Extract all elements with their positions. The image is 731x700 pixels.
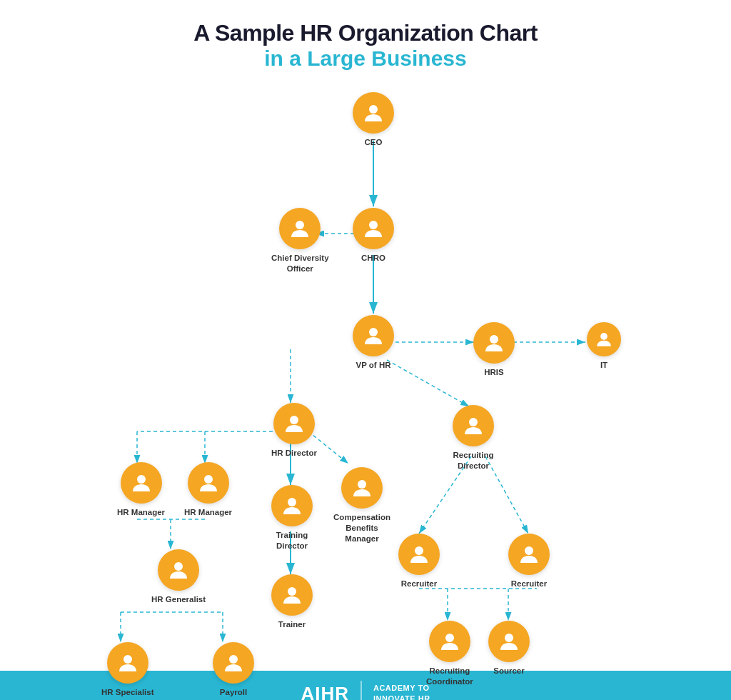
hris-label: HRIS [484, 367, 503, 378]
svg-point-34 [204, 475, 213, 484]
comp-benefits-circle [341, 467, 383, 509]
svg-point-33 [137, 475, 146, 484]
svg-point-28 [369, 328, 378, 336]
recruiting-coordinator-label: RecruitingCoordinator [426, 666, 473, 687]
trainer-label: Trainer [278, 619, 306, 630]
main-title-line1: A Sample HR Organization Chart [193, 20, 538, 46]
node-recruiter-2: Recruiter [508, 534, 550, 589]
footer-logo: AIHR ACADEMY TO INNOVATE HR [301, 681, 430, 700]
recruiting-director-circle [453, 405, 494, 446]
svg-point-39 [174, 562, 183, 571]
svg-point-44 [505, 634, 513, 642]
hr-director-label: HR Director [271, 448, 317, 459]
payroll-specialist-label: Payroll Specialist [201, 687, 266, 700]
chief-diversity-circle [279, 208, 321, 249]
node-training-director: TrainingDirector [271, 485, 313, 551]
page-container: A Sample HR Organization Chart in a Larg… [0, 0, 731, 700]
training-director-label: TrainingDirector [276, 530, 308, 551]
node-trainer: Trainer [271, 574, 313, 630]
sourcer-circle [488, 621, 530, 662]
hr-specialist-label: HR Specialist [101, 687, 154, 698]
recruiting-coordinator-circle [429, 621, 470, 662]
org-chart: CEO CHRO Chief DiversityOfficer VP of HR [9, 78, 722, 664]
recruiter-1-circle [398, 534, 440, 575]
connectors-svg [9, 78, 722, 664]
svg-point-29 [490, 335, 498, 344]
svg-point-26 [369, 221, 378, 229]
hr-director-circle [273, 403, 315, 444]
recruiting-director-label: RecruitingDirector [453, 450, 494, 471]
hr-manager-2-circle [188, 462, 229, 504]
node-payroll-specialist: Payroll Specialist [201, 642, 266, 700]
node-recruiting-director: RecruitingDirector [453, 405, 494, 471]
hris-circle [473, 322, 515, 364]
svg-point-36 [358, 480, 366, 489]
recruiter-2-circle [508, 534, 550, 575]
comp-benefits-label: CompensationBenefits Manager [330, 512, 394, 544]
payroll-specialist-circle [213, 642, 254, 684]
node-sourcer: Sourcer [488, 621, 530, 676]
chro-label: CHRO [361, 253, 385, 264]
hr-generalist-circle [158, 549, 199, 591]
node-comp-benefits: CompensationBenefits Manager [330, 467, 394, 544]
aihr-brand: AIHR [301, 683, 349, 701]
footer-divider [361, 681, 362, 700]
node-hr-generalist: HR Generalist [151, 549, 206, 605]
node-hr-manager-2: HR Manager [184, 462, 232, 518]
svg-point-32 [469, 418, 478, 426]
ceo-circle [353, 92, 394, 134]
node-hr-manager-1: HR Manager [117, 462, 165, 518]
chief-diversity-label: Chief DiversityOfficer [271, 253, 329, 274]
node-recruiter-1: Recruiter [398, 534, 440, 589]
svg-point-40 [288, 587, 296, 596]
svg-point-27 [296, 221, 304, 229]
node-it: IT [587, 322, 621, 371]
node-ceo: CEO [353, 92, 394, 148]
hr-specialist-circle [107, 642, 148, 684]
hr-manager-1-label: HR Manager [117, 507, 165, 518]
recruiter-1-label: Recruiter [401, 579, 438, 589]
main-title-line2: in a Large Business [193, 46, 538, 71]
svg-point-37 [415, 546, 423, 555]
ceo-label: CEO [365, 137, 383, 148]
svg-point-30 [600, 333, 608, 340]
hr-generalist-label: HR Generalist [151, 594, 206, 605]
svg-point-43 [445, 634, 454, 642]
node-hr-director: HR Director [271, 403, 317, 459]
recruiter-2-label: Recruiter [511, 579, 548, 589]
hr-manager-1-circle [121, 462, 162, 504]
title-section: A Sample HR Organization Chart in a Larg… [193, 0, 538, 78]
chro-circle [353, 208, 394, 249]
node-hris: HRIS [473, 322, 515, 378]
node-hr-specialist: HR Specialist [101, 642, 154, 698]
svg-point-25 [369, 105, 378, 114]
vp-hr-label: VP of HR [356, 360, 391, 371]
training-director-circle [271, 485, 313, 526]
footer-tagline: ACADEMY TO INNOVATE HR [373, 683, 430, 700]
svg-point-42 [229, 655, 238, 664]
hr-manager-2-label: HR Manager [184, 507, 232, 518]
svg-point-41 [123, 655, 132, 664]
trainer-circle [271, 574, 313, 616]
svg-line-8 [387, 360, 469, 406]
it-circle [587, 322, 621, 356]
node-recruiting-coordinator: RecruitingCoordinator [426, 621, 473, 687]
it-label: IT [600, 360, 608, 371]
vp-hr-circle [353, 315, 394, 356]
svg-point-35 [288, 498, 296, 506]
svg-point-38 [525, 546, 533, 555]
sourcer-label: Sourcer [493, 666, 524, 676]
node-chro: CHRO [353, 208, 394, 264]
node-chief-diversity: Chief DiversityOfficer [271, 208, 329, 274]
svg-point-31 [290, 416, 298, 424]
node-vp-hr: VP of HR [353, 315, 394, 371]
